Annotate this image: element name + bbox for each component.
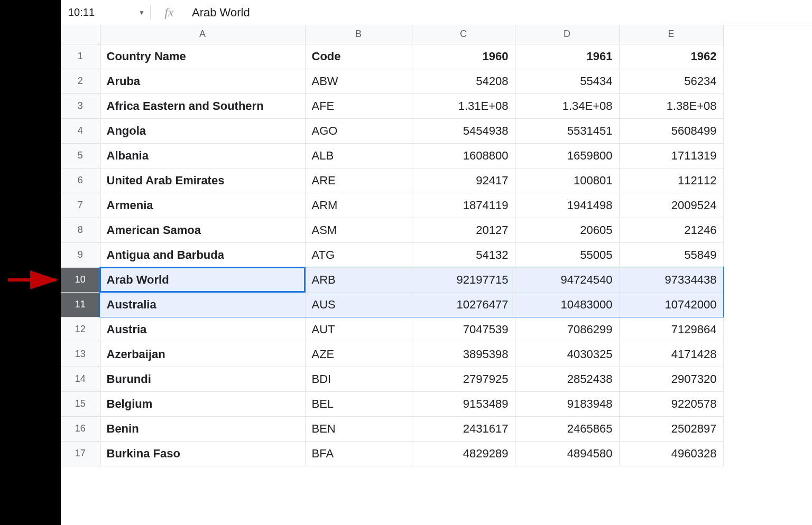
cell[interactable]: 54132 (412, 242, 515, 267)
cell[interactable]: American Samoa (100, 218, 305, 242)
cell[interactable]: 7086299 (515, 317, 619, 342)
select-all-corner[interactable] (61, 25, 100, 44)
table-row[interactable]: 9Antigua and BarbudaATG541325500555849 (61, 242, 723, 267)
cell[interactable]: BDI (305, 367, 412, 391)
cell[interactable]: Arab World (100, 267, 305, 292)
cell[interactable]: 20605 (515, 218, 619, 242)
cell[interactable]: BFA (305, 441, 412, 466)
cell[interactable]: ABW (305, 69, 412, 93)
cell[interactable]: Azerbaijan (100, 342, 305, 367)
cell[interactable]: Austria (100, 317, 305, 342)
row-header-14[interactable]: 14 (61, 367, 100, 391)
table-row[interactable]: 15BelgiumBEL915348991839489220578 (61, 391, 723, 416)
cell[interactable]: Armenia (100, 193, 305, 218)
cell[interactable]: 1962 (619, 44, 723, 69)
row-header-12[interactable]: 12 (61, 317, 100, 342)
table-row[interactable]: 17Burkina FasoBFA482928948945804960328 (61, 441, 723, 466)
table-row[interactable]: 5AlbaniaALB160880016598001711319 (61, 143, 723, 168)
cell[interactable]: 2009524 (619, 193, 723, 218)
cell[interactable]: 1874119 (412, 193, 515, 218)
cell[interactable]: BEL (305, 391, 412, 416)
cell[interactable]: Australia (100, 292, 305, 317)
table-row[interactable]: 12AustriaAUT704753970862997129864 (61, 317, 723, 342)
cell[interactable]: AUT (305, 317, 412, 342)
cell[interactable]: 55434 (515, 69, 619, 93)
cell[interactable]: ALB (305, 143, 412, 168)
row-header-3[interactable]: 3 (61, 93, 100, 118)
cell[interactable]: 1941498 (515, 193, 619, 218)
formula-bar-input[interactable]: Arab World (188, 6, 812, 20)
cell[interactable]: 2852438 (515, 367, 619, 391)
row-header-4[interactable]: 4 (61, 118, 100, 143)
cell[interactable]: 10742000 (619, 292, 723, 317)
cell[interactable]: ASM (305, 218, 412, 242)
cell[interactable]: AGO (305, 118, 412, 143)
cell[interactable]: 2502897 (619, 416, 723, 441)
table-row[interactable]: 13AzerbaijanAZE389539840303254171428 (61, 342, 723, 367)
column-header-E[interactable]: E (619, 25, 723, 44)
cell[interactable]: 1608800 (412, 143, 515, 168)
row-header-13[interactable]: 13 (61, 342, 100, 367)
cell[interactable]: 1659800 (515, 143, 619, 168)
cell[interactable]: 55849 (619, 242, 723, 267)
cell[interactable]: AZE (305, 342, 412, 367)
cell[interactable]: 5608499 (619, 118, 723, 143)
cell[interactable]: 97334438 (619, 267, 723, 292)
cell[interactable]: 1960 (412, 44, 515, 69)
row-header-2[interactable]: 2 (61, 69, 100, 93)
name-box[interactable]: 10:11 ▼ (61, 0, 150, 25)
cell[interactable]: 54208 (412, 69, 515, 93)
cell[interactable]: 21246 (619, 218, 723, 242)
cell[interactable]: 9220578 (619, 391, 723, 416)
cell[interactable]: ATG (305, 242, 412, 267)
cell[interactable]: Burundi (100, 367, 305, 391)
table-row[interactable]: 14BurundiBDI279792528524382907320 (61, 367, 723, 391)
table-row[interactable]: 7ArmeniaARM187411919414982009524 (61, 193, 723, 218)
cell[interactable]: 20127 (412, 218, 515, 242)
cell[interactable]: 1711319 (619, 143, 723, 168)
cell[interactable]: 7047539 (412, 317, 515, 342)
cell[interactable]: 92417 (412, 168, 515, 193)
cell[interactable]: 100801 (515, 168, 619, 193)
cell[interactable]: 10483000 (515, 292, 619, 317)
table-row[interactable]: 10Arab WorldARB921977159472454097334438 (61, 267, 723, 292)
cell[interactable]: Aruba (100, 69, 305, 93)
row-header-7[interactable]: 7 (61, 193, 100, 218)
cell[interactable]: 4030325 (515, 342, 619, 367)
row-header-15[interactable]: 15 (61, 391, 100, 416)
column-header-A[interactable]: A (100, 25, 305, 44)
cell[interactable]: ARM (305, 193, 412, 218)
grid-area[interactable]: ABCDE1Country NameCode1960196119622Aruba… (61, 25, 812, 525)
row-header-11[interactable]: 11 (61, 292, 100, 317)
cell[interactable]: AFE (305, 93, 412, 118)
cell[interactable]: 3895398 (412, 342, 515, 367)
cell[interactable]: Belgium (100, 391, 305, 416)
cell[interactable]: 4829289 (412, 441, 515, 466)
column-header-C[interactable]: C (412, 25, 515, 44)
cell[interactable]: 2431617 (412, 416, 515, 441)
row-header-10[interactable]: 10 (61, 267, 100, 292)
cell[interactable]: 9183948 (515, 391, 619, 416)
cell[interactable]: 1.38E+08 (619, 93, 723, 118)
cell[interactable]: BEN (305, 416, 412, 441)
cell[interactable]: 2797925 (412, 367, 515, 391)
cell[interactable]: 1961 (515, 44, 619, 69)
cell[interactable]: 1.31E+08 (412, 93, 515, 118)
column-header-B[interactable]: B (305, 25, 412, 44)
cell[interactable]: 5454938 (412, 118, 515, 143)
table-row[interactable]: 8American SamoaASM201272060521246 (61, 218, 723, 242)
table-row[interactable]: 6United Arab EmiratesARE9241710080111211… (61, 168, 723, 193)
cell[interactable]: Albania (100, 143, 305, 168)
cell[interactable]: Antigua and Barbuda (100, 242, 305, 267)
table-row[interactable]: 2ArubaABW542085543456234 (61, 69, 723, 93)
table-row[interactable]: 1Country NameCode196019611962 (61, 44, 723, 69)
cell[interactable]: Africa Eastern and Southern (100, 93, 305, 118)
cell[interactable]: Country Name (100, 44, 305, 69)
cell[interactable]: 4960328 (619, 441, 723, 466)
table-row[interactable]: 16BeninBEN243161724658652502897 (61, 416, 723, 441)
cell[interactable]: 4894580 (515, 441, 619, 466)
table-row[interactable]: 4AngolaAGO545493855314515608499 (61, 118, 723, 143)
cell[interactable]: 4171428 (619, 342, 723, 367)
spreadsheet-grid[interactable]: ABCDE1Country NameCode1960196119622Aruba… (61, 25, 724, 466)
cell[interactable]: 112112 (619, 168, 723, 193)
